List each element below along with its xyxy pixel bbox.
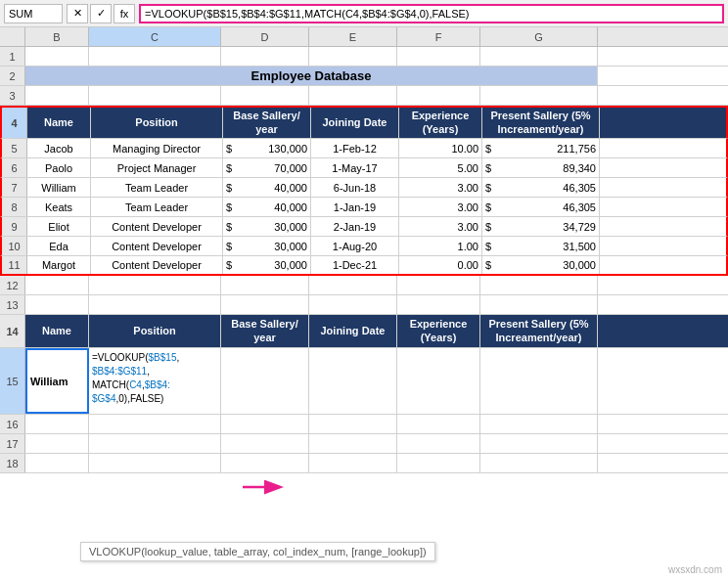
cell-e7[interactable]: 6-Jun-18	[311, 178, 399, 197]
cell-b10[interactable]: Eda	[27, 237, 91, 255]
cell-e16[interactable]	[309, 415, 397, 433]
header-joining-date[interactable]: Joining Date	[311, 108, 399, 138]
cell-c7[interactable]: Team Leader	[91, 178, 223, 197]
cell-c8[interactable]: Team Leader	[91, 198, 223, 216]
lookup-header-name[interactable]: Name	[25, 315, 89, 347]
cell-c3[interactable]	[89, 86, 221, 105]
cell-d6[interactable]: $70,000	[223, 158, 311, 177]
cell-e13[interactable]	[309, 295, 397, 314]
cell-c10[interactable]: Content Developer	[91, 237, 223, 255]
cell-d5[interactable]: $130,000	[223, 139, 311, 157]
cell-f5[interactable]: 10.00	[399, 139, 482, 157]
header-name[interactable]: Name	[27, 108, 91, 138]
name-box[interactable]: SUM	[4, 4, 63, 23]
lookup-header-base[interactable]: Base Sallery/ year	[221, 315, 309, 347]
cell-c12[interactable]	[89, 276, 221, 294]
col-header-f[interactable]: F	[397, 27, 480, 46]
cell-b11[interactable]: Margot	[27, 256, 91, 274]
col-header-c[interactable]: C	[89, 27, 221, 46]
cell-c9[interactable]: Content Developer	[91, 217, 223, 236]
cell-g8[interactable]: $46,305	[482, 198, 600, 216]
cell-f12[interactable]	[397, 276, 480, 294]
cell-c18[interactable]	[89, 454, 221, 472]
cell-f8[interactable]: 3.00	[399, 198, 482, 216]
cell-d11[interactable]: $30,000	[223, 256, 311, 274]
col-header-e[interactable]: E	[309, 27, 397, 46]
cell-c1[interactable]	[89, 47, 221, 66]
cell-g13[interactable]	[480, 295, 598, 314]
cell-e18[interactable]	[309, 454, 397, 472]
cell-d1[interactable]	[221, 47, 309, 66]
lookup-header-position[interactable]: Position	[89, 315, 221, 347]
cell-g3[interactable]	[480, 86, 598, 105]
cell-g5[interactable]: $211,756	[482, 139, 600, 157]
cell-g16[interactable]	[480, 415, 598, 433]
cell-g12[interactable]	[480, 276, 598, 294]
cell-d15[interactable]	[221, 348, 309, 414]
cell-f18[interactable]	[397, 454, 480, 472]
cell-f11[interactable]: 0.00	[399, 256, 482, 274]
cancel-button[interactable]: ✕	[67, 4, 88, 23]
cell-f3[interactable]	[397, 86, 480, 105]
cell-f7[interactable]: 3.00	[399, 178, 482, 197]
cell-b1[interactable]	[25, 47, 89, 66]
col-header-d[interactable]: D	[221, 27, 309, 46]
cell-g11[interactable]: $30,000	[482, 256, 600, 274]
cell-e1[interactable]	[309, 47, 397, 66]
cell-e15[interactable]	[309, 348, 397, 414]
cell-c6[interactable]: Project Manager	[91, 158, 223, 177]
cell-g7[interactable]: $46,305	[482, 178, 600, 197]
cell-b13[interactable]	[25, 295, 89, 314]
lookup-header-present[interactable]: Present Sallery (5% Increament/year)	[480, 315, 598, 347]
cell-b3[interactable]	[25, 86, 89, 105]
cell-b15[interactable]: William	[25, 348, 89, 414]
cell-d9[interactable]: $30,000	[223, 217, 311, 236]
header-present-salary[interactable]: Present Sallery (5% Increament/year)	[482, 108, 600, 138]
lookup-header-exp[interactable]: Experience (Years)	[397, 315, 480, 347]
cell-f1[interactable]	[397, 47, 480, 66]
cell-e5[interactable]: 1-Feb-12	[311, 139, 399, 157]
cell-d13[interactable]	[221, 295, 309, 314]
col-header-g[interactable]: G	[480, 27, 598, 46]
cell-d8[interactable]: $40,000	[223, 198, 311, 216]
cell-f9[interactable]: 3.00	[399, 217, 482, 236]
cell-b6[interactable]: Paolo	[27, 158, 91, 177]
cell-e8[interactable]: 1-Jan-19	[311, 198, 399, 216]
formula-button[interactable]: fx	[114, 4, 135, 23]
cell-f16[interactable]	[397, 415, 480, 433]
header-position[interactable]: Position	[91, 108, 223, 138]
cell-b9[interactable]: Eliot	[27, 217, 91, 236]
cell-d17[interactable]	[221, 434, 309, 453]
cell-g1[interactable]	[480, 47, 598, 66]
cell-f10[interactable]: 1.00	[399, 237, 482, 255]
cell-b18[interactable]	[25, 454, 89, 472]
cell-d16[interactable]	[221, 415, 309, 433]
cell-e10[interactable]: 1-Aug-20	[311, 237, 399, 255]
header-base-salary[interactable]: Base Sallery/ year	[223, 108, 311, 138]
cell-f13[interactable]	[397, 295, 480, 314]
cell-d3[interactable]	[221, 86, 309, 105]
cell-b16[interactable]	[25, 415, 89, 433]
cell-e6[interactable]: 1-May-17	[311, 158, 399, 177]
cell-b5[interactable]: Jacob	[27, 139, 91, 157]
cell-c16[interactable]	[89, 415, 221, 433]
cell-b7[interactable]: William	[27, 178, 91, 197]
cell-g9[interactable]: $34,729	[482, 217, 600, 236]
cell-e17[interactable]	[309, 434, 397, 453]
cell-d12[interactable]	[221, 276, 309, 294]
cell-c5[interactable]: Managing Director	[91, 139, 223, 157]
cell-c13[interactable]	[89, 295, 221, 314]
cell-f17[interactable]	[397, 434, 480, 453]
formula-input[interactable]: =VLOOKUP($B$15,$B$4:$G$11,MATCH(C4,$B$4:…	[139, 4, 724, 23]
cell-f15[interactable]	[397, 348, 480, 414]
title-cell[interactable]: Employee Database	[25, 67, 598, 85]
col-header-b[interactable]: B	[25, 27, 89, 46]
cell-c11[interactable]: Content Developer	[91, 256, 223, 274]
cell-b12[interactable]	[25, 276, 89, 294]
header-experience[interactable]: Experience (Years)	[399, 108, 482, 138]
cell-b17[interactable]	[25, 434, 89, 453]
cell-g15[interactable]	[480, 348, 598, 414]
cell-d7[interactable]: $40,000	[223, 178, 311, 197]
cell-g18[interactable]	[480, 454, 598, 472]
cell-e11[interactable]: 1-Dec-21	[311, 256, 399, 274]
